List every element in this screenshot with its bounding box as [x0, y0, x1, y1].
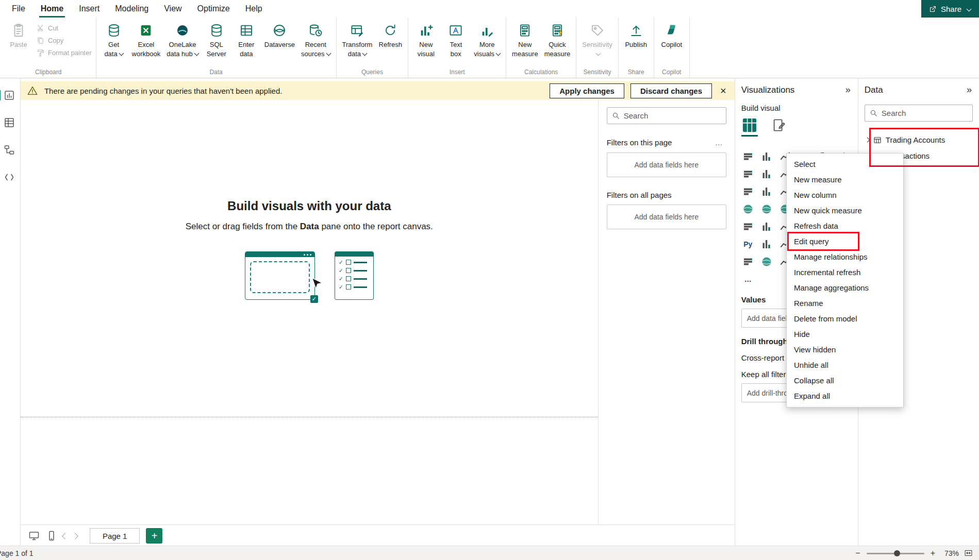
ribbon-get-data-button[interactable]: Getdata [99, 20, 128, 59]
visual-type-map-icon[interactable] [741, 202, 755, 216]
next-page-arrow[interactable] [73, 532, 77, 540]
ribbon-sensitivity-button[interactable]: Sensitivity [579, 20, 615, 59]
filters-all-pages-dropzone[interactable]: Add data fields here [607, 205, 726, 229]
ribbon-cut-button[interactable]: Cut [36, 24, 92, 32]
table-view-icon[interactable] [3, 116, 16, 129]
ribbon-quick-measure-button[interactable]: Quickmeasure [542, 20, 573, 59]
visual-type-key-influencers-icon[interactable] [760, 237, 773, 251]
ribbon-refresh-button[interactable]: Refresh [376, 20, 405, 50]
ribbon-dataverse-button[interactable]: Dataverse [262, 20, 297, 50]
more-options-icon[interactable]: … [712, 138, 726, 147]
menu-insert[interactable]: Insert [71, 0, 107, 18]
zoom-slider-thumb[interactable] [894, 550, 900, 556]
report-canvas[interactable]: Build visuals with your data Select or d… [21, 100, 598, 524]
menu-item-select[interactable]: Select [787, 157, 903, 172]
ribbon-excel-workbook-button[interactable]: Excelworkbook [129, 20, 163, 59]
ribbon-group-calculations: NewmeasureQuickmeasureCalculations [506, 18, 576, 78]
desktop-view-icon[interactable] [28, 530, 40, 542]
ribbon-group-sensitivity: SensitivitySensitivity [576, 18, 619, 78]
share-button[interactable]: Share [921, 0, 979, 18]
visual-type-python-icon[interactable]: Py [741, 237, 755, 251]
menu-item-expand-all[interactable]: Expand all [787, 388, 903, 404]
zoom-slider[interactable] [867, 550, 924, 557]
ribbon-sql-server-button[interactable]: SQLServer [202, 20, 231, 59]
close-icon[interactable]: × [718, 86, 728, 96]
more-visuals-icon [479, 23, 495, 40]
menu-view[interactable]: View [156, 0, 189, 18]
menu-item-unhide-all[interactable]: Unhide all [787, 358, 903, 373]
menu-item-edit-query[interactable]: Edit query [787, 234, 903, 249]
data-search-input[interactable]: Search [865, 105, 973, 122]
menu-home[interactable]: Home [33, 0, 71, 18]
ribbon-new-visual-button[interactable]: Newvisual [411, 20, 440, 59]
visual-type-paginated-report-icon[interactable] [741, 255, 755, 268]
filters-pane: Search Filters on this page … Add data f… [598, 100, 735, 524]
menu-item-hide[interactable]: Hide [787, 327, 903, 342]
visual-type-multirow-card-icon[interactable] [741, 220, 755, 233]
visual-type-stacked-bar-icon[interactable] [741, 150, 755, 163]
build-visual-icon[interactable] [741, 117, 758, 137]
ribbon-transform-data-button[interactable]: Transformdata [340, 20, 375, 59]
menu-item-new-measure[interactable]: New measure [787, 172, 903, 188]
report-view-icon[interactable] [3, 89, 16, 102]
page-tab[interactable]: Page 1 [90, 528, 140, 544]
filters-section-all-pages: Filters on all pages [607, 191, 726, 199]
menu-modeling[interactable]: Modeling [107, 0, 156, 18]
add-page-button[interactable]: + [146, 528, 162, 544]
menu-item-rename[interactable]: Rename [787, 296, 903, 311]
menu-optimize[interactable]: Optimize [190, 0, 238, 18]
previous-page-arrow[interactable] [63, 532, 68, 540]
menu-item-view-hidden[interactable]: View hidden [787, 342, 903, 358]
visual-type-area-icon[interactable] [760, 167, 773, 181]
ribbon-publish-button[interactable]: Publish [622, 20, 651, 50]
ribbon-onelake-data-hub-button[interactable]: OneLakedata hub [164, 20, 201, 59]
fit-to-page-icon[interactable] [964, 549, 973, 557]
recent-sources-icon [308, 23, 323, 40]
collapse-pane-icon[interactable]: » [966, 84, 973, 95]
ribbon-paste-button[interactable]: Paste [4, 20, 33, 50]
filters-page-dropzone[interactable]: Add data fields here [607, 152, 726, 177]
ribbon-copy-button[interactable]: Copy [36, 36, 92, 45]
zoom-out-button[interactable]: − [854, 549, 861, 558]
visual-type-waterfall-icon[interactable] [741, 185, 755, 198]
ribbon-new-measure-button[interactable]: Newmeasure [509, 20, 541, 59]
visual-type-kpi-icon[interactable] [760, 220, 773, 233]
publish-icon [628, 23, 644, 40]
menu-item-new-column[interactable]: New column [787, 188, 903, 203]
menu-item-manage-relationships[interactable]: Manage relationships [787, 249, 903, 265]
apply-changes-button[interactable]: Apply changes [550, 83, 624, 98]
zoom-in-button[interactable]: + [930, 549, 936, 558]
menu-item-new-quick-measure[interactable]: New quick measure [787, 203, 903, 218]
ribbon-text-box-button[interactable]: Textbox [441, 20, 470, 59]
visual-type-line-icon[interactable] [741, 167, 755, 181]
ribbon-format-painter-button[interactable]: Format painter [36, 48, 92, 57]
mobile-view-icon[interactable] [45, 530, 58, 542]
format-visual-icon[interactable] [771, 117, 787, 133]
copy-icon [36, 36, 45, 45]
ribbon: PasteCutCopyFormat painterClipboardGetda… [0, 18, 979, 78]
ribbon-recent-sources-button[interactable]: Recentsources [298, 20, 333, 59]
ribbon-copilot-button[interactable]: Copilot [657, 20, 686, 50]
menu-file[interactable]: File [4, 0, 33, 18]
discard-changes-button[interactable]: Discard changes [630, 83, 712, 98]
visual-type-funnel-icon[interactable] [760, 185, 773, 198]
menu-item-collapse-all[interactable]: Collapse all [787, 373, 903, 388]
menu-item-manage-aggregations[interactable]: Manage aggregations [787, 280, 903, 296]
model-view-icon[interactable] [3, 143, 16, 157]
illustration-field-list: ✓ ✓ ✓ ✓ [335, 251, 374, 300]
menu-help[interactable]: Help [238, 0, 270, 18]
dax-query-view-icon[interactable] [3, 171, 16, 184]
visual-type-filled-map-icon[interactable] [760, 202, 773, 216]
visual-type-clustered-bar-icon[interactable] [760, 150, 773, 163]
menu-item-refresh-data[interactable]: Refresh data [787, 218, 903, 234]
ribbon-enter-data-button[interactable]: Enterdata [232, 20, 261, 59]
menu-item-delete-from-model[interactable]: Delete from model [787, 311, 903, 327]
collapse-pane-icon[interactable]: » [844, 84, 852, 95]
menu-item-incremental-refresh[interactable]: Incremental refresh [787, 265, 903, 280]
ribbon-group-label: Share [622, 68, 651, 78]
visual-type-arcgis-map-icon[interactable] [760, 255, 773, 268]
filters-search-input[interactable]: Search [607, 107, 726, 124]
ribbon-more-visuals-button[interactable]: Morevisuals [471, 20, 503, 59]
data-table-trading-accounts[interactable]: Trading Accounts [865, 132, 973, 148]
visual-type-ellipsis-icon[interactable]: … [741, 273, 755, 286]
